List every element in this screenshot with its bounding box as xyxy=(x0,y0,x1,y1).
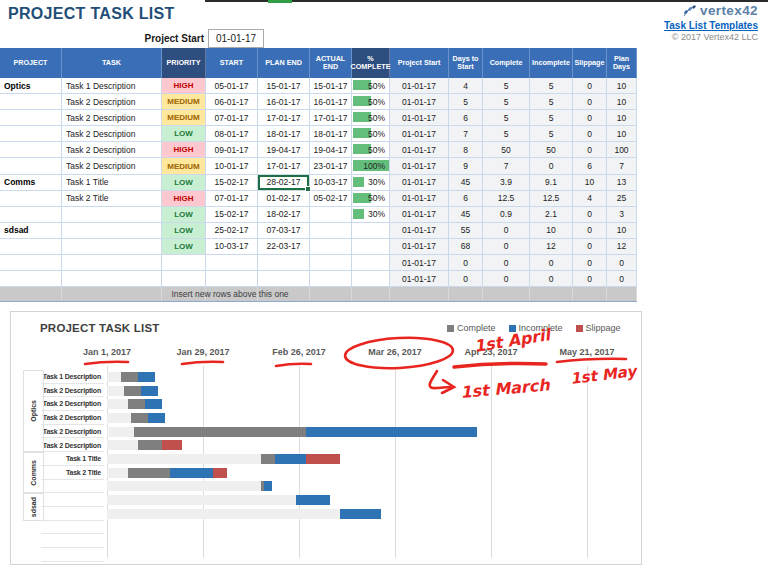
table-cell[interactable]: 10 xyxy=(607,126,637,142)
table-cell[interactable]: 0 xyxy=(530,271,573,287)
table-cell[interactable]: Comms xyxy=(0,175,62,191)
table-cell[interactable]: 50% xyxy=(352,142,390,158)
table-cell[interactable]: 5 xyxy=(530,78,573,94)
table-cell[interactable]: 4 xyxy=(573,191,607,207)
table-cell[interactable]: 19-04-17 xyxy=(258,142,310,158)
table-cell[interactable] xyxy=(258,271,310,287)
table-cell[interactable]: 13 xyxy=(607,175,637,191)
priority-cell[interactable]: LOW xyxy=(162,175,206,191)
table-cell[interactable]: 0 xyxy=(449,271,483,287)
column-header[interactable]: ACTUAL END xyxy=(310,48,352,78)
table-cell[interactable]: 16-01-17 xyxy=(310,94,352,110)
table-cell[interactable]: 0 xyxy=(607,255,637,271)
table-cell[interactable]: 8 xyxy=(449,142,483,158)
priority-cell[interactable]: MEDIUM xyxy=(162,158,206,174)
table-cell[interactable] xyxy=(352,255,390,271)
table-cell[interactable]: Task 2 Description xyxy=(62,126,162,142)
table-cell[interactable]: 05-01-17 xyxy=(206,78,258,94)
table-cell[interactable]: 07-01-17 xyxy=(206,110,258,126)
table-cell[interactable]: 0 xyxy=(483,239,530,255)
table-cell[interactable]: 15-01-17 xyxy=(258,78,310,94)
table-cell[interactable]: 12.5 xyxy=(530,191,573,207)
table-cell[interactable]: 16-01-17 xyxy=(258,94,310,110)
table-cell[interactable]: 01-01-17 xyxy=(390,94,449,110)
table-cell[interactable]: 10-01-17 xyxy=(206,158,258,174)
table-cell[interactable]: 10 xyxy=(607,110,637,126)
table-cell[interactable]: 45 xyxy=(449,207,483,223)
table-cell[interactable]: 0 xyxy=(449,255,483,271)
column-header[interactable]: Plan Days xyxy=(607,48,637,78)
table-cell[interactable]: 6 xyxy=(573,158,607,174)
table-cell[interactable]: 6 xyxy=(449,110,483,126)
table-cell[interactable]: 0 xyxy=(573,78,607,94)
column-header[interactable]: PRIORITY xyxy=(162,48,206,78)
table-cell[interactable]: Task 1 Title xyxy=(62,175,162,191)
table-cell[interactable]: 01-01-17 xyxy=(390,191,449,207)
table-cell[interactable]: 50% xyxy=(352,110,390,126)
table-cell[interactable]: 5 xyxy=(530,110,573,126)
table-cell[interactable]: 5 xyxy=(483,94,530,110)
table-cell[interactable]: 01-01-17 xyxy=(390,110,449,126)
table-cell[interactable] xyxy=(0,191,62,207)
table-cell[interactable] xyxy=(206,255,258,271)
table-cell[interactable] xyxy=(206,271,258,287)
table-cell[interactable]: 50% xyxy=(352,94,390,110)
table-cell[interactable]: 0 xyxy=(573,239,607,255)
priority-cell[interactable]: LOW xyxy=(162,239,206,255)
table-cell[interactable]: 5 xyxy=(530,94,573,110)
table-cell[interactable]: Task 2 Description xyxy=(62,110,162,126)
table-cell[interactable]: 30% xyxy=(352,175,390,191)
table-cell[interactable]: 18-02-17 xyxy=(258,207,310,223)
table-cell[interactable]: 07-01-17 xyxy=(206,191,258,207)
table-cell[interactable] xyxy=(310,207,352,223)
table-cell[interactable]: Task 1 Description xyxy=(62,78,162,94)
table-cell[interactable] xyxy=(310,239,352,255)
column-header[interactable]: % COMPLETE xyxy=(352,48,390,78)
table-cell[interactable]: 12 xyxy=(530,239,573,255)
column-header[interactable]: PLAN END xyxy=(258,48,310,78)
table-cell[interactable] xyxy=(0,110,62,126)
table-cell[interactable]: 4 xyxy=(449,78,483,94)
table-cell[interactable]: 17-01-17 xyxy=(258,110,310,126)
table-cell[interactable]: 45 xyxy=(449,175,483,191)
table-cell[interactable]: 0 xyxy=(573,142,607,158)
priority-cell[interactable]: LOW xyxy=(162,207,206,223)
table-cell[interactable]: 01-01-17 xyxy=(390,271,449,287)
table-cell[interactable] xyxy=(258,255,310,271)
table-cell[interactable]: 5 xyxy=(483,126,530,142)
table-cell[interactable]: 7 xyxy=(607,158,637,174)
table-cell[interactable]: 5 xyxy=(530,126,573,142)
table-cell[interactable]: 01-01-17 xyxy=(390,158,449,174)
table-cell[interactable]: 0 xyxy=(530,158,573,174)
table-cell[interactable] xyxy=(310,271,352,287)
column-header[interactable]: TASK xyxy=(62,48,162,78)
table-cell[interactable]: Optics xyxy=(0,78,62,94)
table-cell[interactable]: Task 2 Description xyxy=(62,158,162,174)
table-cell[interactable] xyxy=(352,239,390,255)
table-cell[interactable]: 15-01-17 xyxy=(310,78,352,94)
table-cell[interactable]: 10 xyxy=(530,223,573,239)
table-cell[interactable]: 08-01-17 xyxy=(206,126,258,142)
table-cell[interactable]: 7 xyxy=(449,126,483,142)
table-cell[interactable]: 10 xyxy=(573,175,607,191)
column-header[interactable]: START xyxy=(206,48,258,78)
table-cell[interactable] xyxy=(62,223,162,239)
table-cell[interactable]: sdsad xyxy=(0,223,62,239)
table-cell[interactable]: 01-01-17 xyxy=(390,78,449,94)
table-cell[interactable]: 0 xyxy=(573,126,607,142)
table-cell[interactable]: 15-02-17 xyxy=(206,207,258,223)
table-cell[interactable]: 07-03-17 xyxy=(258,223,310,239)
table-cell[interactable]: 0 xyxy=(573,94,607,110)
table-cell[interactable] xyxy=(0,255,62,271)
table-cell[interactable]: 9.1 xyxy=(530,175,573,191)
table-cell[interactable]: 0 xyxy=(573,223,607,239)
column-header[interactable]: Slippage xyxy=(573,48,607,78)
table-cell[interactable]: 01-01-17 xyxy=(390,223,449,239)
table-cell[interactable]: 50% xyxy=(352,126,390,142)
priority-cell[interactable]: LOW xyxy=(162,126,206,142)
table-cell[interactable]: 0 xyxy=(530,255,573,271)
table-cell[interactable]: Task 2 Description xyxy=(62,142,162,158)
table-cell[interactable]: 50 xyxy=(530,142,573,158)
project-start-input[interactable]: 01-01-17 xyxy=(208,29,264,48)
table-cell[interactable]: 25-02-17 xyxy=(206,223,258,239)
